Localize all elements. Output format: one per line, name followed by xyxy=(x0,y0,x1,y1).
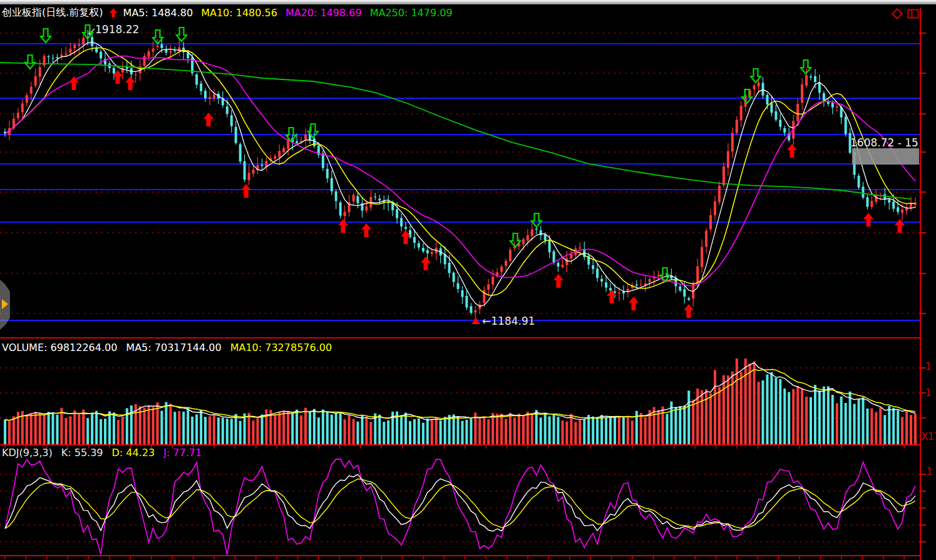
kdj-d-value: D: 44.23 xyxy=(112,447,155,459)
chart-toolbar-icons xyxy=(890,8,920,23)
main-chart-canvas[interactable] xyxy=(0,0,936,560)
ma250-value: MA250: 1479.09 xyxy=(370,7,453,19)
ma5-value: MA5: 1484.80 xyxy=(123,7,193,19)
volume-axis-tick-label-2: 1 xyxy=(925,387,932,399)
diamond-marker-icon[interactable] xyxy=(890,8,904,23)
trading-terminal-window: 创业板指(日线.前复权) MA5: 1484.80 MA10: 1480.56 … xyxy=(0,0,936,560)
candlestick-series xyxy=(4,30,917,319)
gridlines xyxy=(0,33,920,542)
kdj-name: KDJ(9,3,3) xyxy=(2,447,53,459)
volume-ma5-value: MA5: 70317144.00 xyxy=(126,342,221,354)
instrument-title: 创业板指(日线.前复权) xyxy=(2,6,103,19)
ma10-value: MA10: 1480.56 xyxy=(201,7,277,19)
volume-series xyxy=(4,359,917,444)
trend-up-arrow-icon xyxy=(109,8,118,19)
high-price-label: 1918.22 xyxy=(95,23,139,36)
axes-and-dividers xyxy=(0,8,926,560)
kdj-j-value: J: 77.71 xyxy=(163,447,202,459)
split-window-icon[interactable] xyxy=(907,8,920,23)
kdj-k-value: K: 55.39 xyxy=(61,447,103,459)
expand-arrow-icon xyxy=(2,299,8,309)
low-price-label: ←1184.91 xyxy=(482,315,535,327)
volume-axis-tick-label-1: 1 xyxy=(925,361,932,372)
price-range-box xyxy=(852,148,919,165)
kdj-pane-header: KDJ(9,3,3) K: 55.39 D: 44.23 J: 77.71 xyxy=(2,447,202,459)
kdj-axis-tick-label: 1 xyxy=(927,466,933,477)
price-range-tooltip: 1608.72 - 15 xyxy=(850,136,918,149)
volume-pane-header: VOLUME: 69812264.00 MA5: 70317144.00 MA1… xyxy=(2,342,332,354)
volume-value: VOLUME: 69812264.00 xyxy=(2,342,117,354)
kdj-series xyxy=(5,459,915,555)
main-chart-header: 创业板指(日线.前复权) MA5: 1484.80 MA10: 1480.56 … xyxy=(2,6,453,19)
volume-ma10-value: MA10: 73278576.00 xyxy=(230,342,332,354)
ma20-value: MA20: 1498.69 xyxy=(285,7,362,19)
volume-axis-multiplier-label: X17 xyxy=(922,431,936,442)
